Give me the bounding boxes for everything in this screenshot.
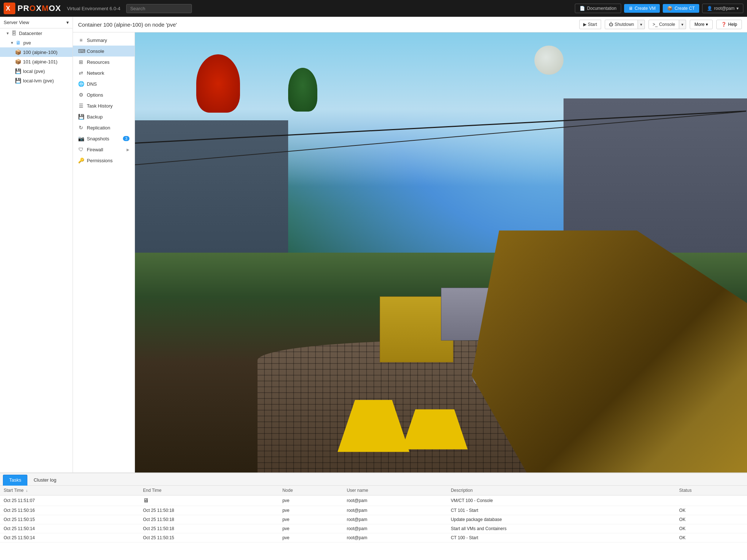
nav-item-firewall[interactable]: 🛡Firewall▶: [73, 144, 135, 155]
nav-item-options[interactable]: ⚙Options: [73, 89, 135, 100]
logo-text: PROXMOX: [18, 4, 61, 13]
nav-item-summary[interactable]: ≡Summary: [73, 35, 135, 46]
console-button[interactable]: >_ Console: [649, 20, 679, 29]
create-vm-button[interactable]: 🖥 Create VM: [624, 4, 660, 13]
bottom-panel: TasksCluster log Start Time ↓ End Time N…: [0, 472, 747, 560]
table-row[interactable]: Oct 25 11:50:16 Oct 25 11:50:18 pve root…: [0, 506, 747, 515]
table-row[interactable]: Oct 25 11:50:14 Oct 25 11:50:18 pve root…: [0, 524, 747, 533]
table-row[interactable]: Oct 25 11:50:14 Oct 25 11:50:15 pve root…: [0, 533, 747, 542]
tree-item-local[interactable]: 💾local (pve): [0, 66, 73, 76]
tree-item-datacenter[interactable]: ▼🗄Datacenter: [0, 28, 73, 38]
nav-label-backup: Backup: [87, 114, 129, 120]
tree-item-ct101[interactable]: 📦101 (alpine-101): [0, 57, 73, 66]
cell-start-4: Oct 25 11:50:14: [0, 533, 139, 542]
logo-mo: OX: [49, 4, 61, 13]
nav-icon-snapshots: 📷: [78, 136, 84, 141]
tree-icon-local: 💾: [15, 68, 21, 74]
cell-desc-4: CT 100 - Start: [447, 533, 676, 542]
tree-container: ▼🗄Datacenter▼🖥pve📦100 (alpine-100)📦101 (…: [0, 28, 73, 85]
nav-item-taskhistory[interactable]: ☰Task History: [73, 100, 135, 111]
nav-label-console: Console: [87, 48, 129, 54]
svg-text:X: X: [6, 5, 10, 12]
nav-items-container: ≡Summary⌨Console⊞Resources⇄Network🌐DNS⚙O…: [73, 35, 135, 166]
nav-item-resources[interactable]: ⊞Resources: [73, 57, 135, 67]
nav-icon-taskhistory: ☰: [78, 103, 84, 109]
topbar: X PROXMOX Virtual Environment 6.0-4 📄 Do…: [0, 0, 747, 17]
cell-desc-0: VM/CT 100 - Console: [447, 495, 676, 506]
create-ct-button[interactable]: 📦 Create CT: [663, 4, 699, 13]
task-table: Start Time ↓ End Time Node User name Des…: [0, 486, 747, 560]
more-button[interactable]: More ▾: [690, 20, 713, 29]
logo-ox: M: [42, 4, 49, 13]
nav-item-dns[interactable]: 🌐DNS: [73, 78, 135, 89]
nav-label-permissions: Permissions: [87, 158, 129, 163]
tree-label-local: local (pve): [23, 69, 45, 74]
nav-item-console[interactable]: ⌨Console: [73, 46, 135, 57]
nav-item-backup[interactable]: 💾Backup: [73, 111, 135, 122]
console-area[interactable]: [135, 32, 747, 472]
createvm-icon: 🖥: [628, 6, 633, 11]
cell-user-0: root@pam: [343, 495, 447, 506]
logo-x: O: [30, 4, 36, 13]
createct-icon: 📦: [667, 6, 673, 11]
tree-item-ct100[interactable]: 📦100 (alpine-100): [0, 47, 73, 57]
table-row[interactable]: Oct 25 11:50:15 Oct 25 11:50:18 pve root…: [0, 515, 747, 524]
nav-icon-options: ⚙: [78, 92, 84, 98]
user-chevron-icon: ▾: [736, 6, 739, 11]
col-node[interactable]: Node: [279, 486, 343, 495]
server-view-label: Server View: [4, 20, 29, 25]
green-tree: [288, 68, 317, 112]
content-area: Server View ▾ ▼🗄Datacenter▼🖥pve📦100 (alp…: [0, 17, 747, 472]
tree-label-ct101: 101 (alpine-101): [23, 59, 58, 65]
server-view-header[interactable]: Server View ▾: [0, 17, 73, 28]
more-chevron-icon: ▾: [706, 22, 708, 27]
topbar-right: 📄 Documentation 🖥 Create VM 📦 Create CT …: [575, 4, 743, 13]
nav-item-replication[interactable]: ↻Replication: [73, 122, 135, 133]
nav-item-network[interactable]: ⇄Network: [73, 67, 135, 78]
server-view-chevron-icon: ▾: [66, 20, 69, 25]
start-button[interactable]: ▶ Start: [579, 20, 601, 29]
docs-icon: 📄: [580, 6, 585, 11]
table-row[interactable]: Oct 25 11:51:07 🖥 pve root@pam VM/CT 100…: [0, 495, 747, 506]
sort-icon: ↓: [26, 489, 28, 493]
console-button-group: >_ Console ▾: [649, 20, 686, 29]
nav-label-taskhistory: Task History: [87, 103, 129, 109]
col-start-time[interactable]: Start Time ↓: [0, 486, 139, 495]
nav-item-permissions[interactable]: 🔑Permissions: [73, 155, 135, 166]
nav-label-dns: DNS: [87, 81, 129, 87]
shutdown-dropdown-button[interactable]: ▾: [638, 20, 645, 29]
col-status[interactable]: Status: [676, 486, 747, 495]
cell-end-0: 🖥: [139, 495, 279, 506]
help-button[interactable]: ❓ Help: [716, 20, 742, 29]
cell-user-2: root@pam: [343, 515, 447, 524]
documentation-button[interactable]: 📄 Documentation: [575, 4, 621, 13]
nav-icon-resources: ⊞: [78, 59, 84, 65]
logo-prox2: X: [36, 4, 42, 13]
container-header: Container 100 (alpine-100) on node 'pve'…: [73, 17, 747, 32]
col-end-time[interactable]: End Time: [139, 486, 279, 495]
col-description[interactable]: Description: [447, 486, 676, 495]
tree-item-pve[interactable]: ▼🖥pve: [0, 38, 73, 47]
search-input[interactable]: [126, 4, 192, 13]
user-menu-button[interactable]: 👤 root@pam ▾: [702, 4, 743, 13]
start-button-group: ▶ Start: [579, 20, 601, 29]
console-dropdown-button[interactable]: ▾: [679, 20, 686, 29]
shutdown-button[interactable]: ⏻ Shutdown: [605, 20, 638, 29]
tree-icon-ct100: 📦: [15, 49, 21, 55]
bottom-tab-clusterlog[interactable]: Cluster log: [27, 475, 62, 485]
nav-label-options: Options: [87, 92, 129, 98]
shutdown-button-group: ⏻ Shutdown ▾: [605, 20, 645, 29]
help-icon: ❓: [721, 22, 727, 27]
cell-status-2: OK: [676, 515, 747, 524]
cell-node-3: pve: [279, 524, 343, 533]
tree-item-locallvm[interactable]: 💾local-lvm (pve): [0, 76, 73, 85]
bottom-tab-tasks[interactable]: Tasks: [3, 475, 27, 486]
table-body: Oct 25 11:51:07 🖥 pve root@pam VM/CT 100…: [0, 495, 747, 542]
nav-label-summary: Summary: [87, 38, 129, 43]
monitor-icon: 🖥: [143, 497, 149, 503]
cell-status-1: OK: [676, 506, 747, 515]
nav-item-snapshots[interactable]: 📷Snapshots3: [73, 133, 135, 144]
cell-desc-2: Update package database: [447, 515, 676, 524]
proxmox-logo-icon: X: [4, 3, 15, 14]
col-username[interactable]: User name: [343, 486, 447, 495]
